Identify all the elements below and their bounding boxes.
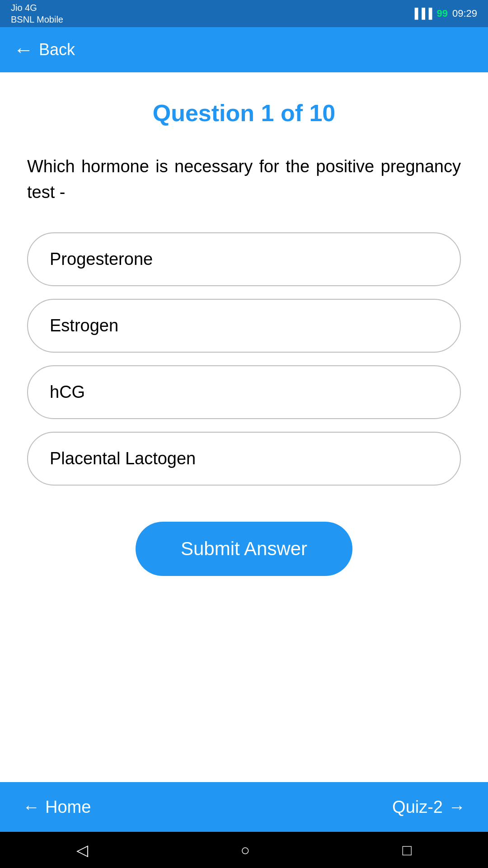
top-nav: ← Back [0,27,488,72]
back-arrow-icon: ← [14,38,33,61]
question-text: Which hormone is necessary for the posit… [27,154,461,205]
question-number: Question 1 of 10 [27,99,461,127]
status-bar: Jio 4G BSNL Mobile ▐▐▐ 99 09:29 [0,0,488,27]
android-nav: ◁ ○ □ [0,832,488,868]
recents-system-icon[interactable]: □ [403,841,412,859]
battery-level: 99 [436,8,447,19]
option-b[interactable]: Estrogen [27,299,461,353]
quiz2-arrow-icon: → [448,797,465,817]
quiz2-button[interactable]: Quiz-2 → [392,797,465,817]
quiz2-label: Quiz-2 [392,797,443,817]
option-d[interactable]: Placental Lactogen [27,432,461,486]
carrier2-label: BSNL Mobile [11,14,63,25]
home-label: Home [45,797,91,817]
home-button[interactable]: ← Home [23,797,91,817]
main-content: Question 1 of 10 Which hormone is necess… [0,72,488,782]
signal-icons: ▐▐▐ [411,8,432,19]
bottom-nav: ← Home Quiz-2 → [0,782,488,832]
back-button[interactable]: ← Back [14,38,75,61]
time-label: 09:29 [452,8,477,19]
home-arrow-icon: ← [23,797,40,817]
submit-container: Submit Answer [27,522,461,576]
back-system-icon[interactable]: ◁ [76,841,88,859]
back-label: Back [39,40,75,59]
options-container: ProgesteroneEstrogenhCGPlacental Lactoge… [27,232,461,486]
carrier-info: Jio 4G BSNL Mobile [11,2,63,25]
option-a[interactable]: Progesterone [27,232,461,286]
option-c[interactable]: hCG [27,365,461,419]
carrier1-label: Jio 4G [11,2,63,14]
submit-button[interactable]: Submit Answer [136,522,352,576]
home-system-icon[interactable]: ○ [240,841,250,859]
status-right: ▐▐▐ 99 09:29 [411,8,477,19]
